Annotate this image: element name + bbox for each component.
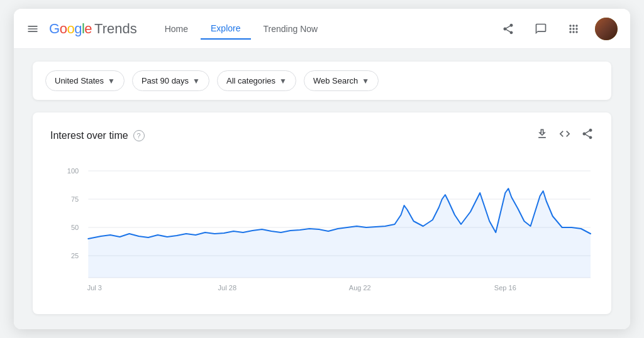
avatar-image	[595, 18, 618, 40]
filter-bar: United States ▼ Past 90 days ▼ All categ…	[33, 62, 611, 100]
category-label: All categories	[226, 76, 275, 85]
header: Google Trends Home Explore Trending Now	[14, 9, 630, 49]
period-chevron-icon: ▼	[192, 77, 200, 85]
download-button[interactable]	[536, 128, 548, 143]
nav-trending-now[interactable]: Trending Now	[253, 19, 328, 39]
category-filter[interactable]: All categories ▼	[217, 70, 296, 91]
logo[interactable]: Google Trends	[49, 21, 137, 37]
search-type-chevron-icon: ▼	[362, 77, 369, 85]
svg-text:100: 100	[67, 167, 79, 175]
svg-text:Jul 28: Jul 28	[218, 284, 236, 292]
header-actions	[497, 18, 618, 40]
nav-home[interactable]: Home	[155, 19, 198, 39]
chart-header: Interest over time ?	[50, 128, 594, 143]
svg-text:50: 50	[71, 224, 79, 231]
chart-actions	[536, 128, 594, 143]
chart-container: 100 75 50 25 Jul 3 Jul 28 Aug 22 Sep 16	[50, 158, 594, 299]
svg-text:Jul 3: Jul 3	[87, 284, 102, 292]
menu-icon[interactable]	[26, 23, 39, 35]
period-label: Past 90 days	[142, 76, 189, 85]
svg-text:Aug 22: Aug 22	[349, 284, 371, 292]
embed-button[interactable]	[558, 128, 571, 143]
region-label: United States	[55, 76, 104, 85]
nav-links: Home Explore Trending Now	[155, 18, 497, 40]
region-chevron-icon: ▼	[108, 77, 115, 85]
chart-title-group: Interest over time ?	[50, 130, 145, 141]
chart-title: Interest over time	[50, 130, 128, 141]
logo-trends-text: Trends	[94, 21, 137, 37]
browser-frame: Google Trends Home Explore Trending Now	[14, 9, 630, 329]
svg-text:Sep 16: Sep 16	[494, 284, 516, 292]
apps-button[interactable]	[562, 18, 585, 40]
feedback-button[interactable]	[530, 18, 552, 40]
main-content: United States ▼ Past 90 days ▼ All categ…	[14, 49, 630, 329]
search-type-label: Web Search	[313, 76, 358, 85]
svg-text:75: 75	[71, 195, 79, 203]
trend-chart: 100 75 50 25 Jul 3 Jul 28 Aug 22 Sep 16	[50, 158, 594, 297]
svg-text:25: 25	[71, 252, 79, 259]
region-filter[interactable]: United States ▼	[45, 70, 125, 91]
period-filter[interactable]: Past 90 days ▼	[132, 70, 209, 91]
share-button[interactable]	[497, 18, 519, 40]
help-icon[interactable]: ?	[133, 130, 145, 141]
chart-share-button[interactable]	[581, 128, 594, 143]
chart-card: Interest over time ?	[33, 112, 611, 314]
category-chevron-icon: ▼	[279, 77, 287, 85]
avatar[interactable]	[595, 18, 618, 40]
nav-explore[interactable]: Explore	[201, 18, 250, 40]
search-type-filter[interactable]: Web Search ▼	[304, 70, 379, 91]
